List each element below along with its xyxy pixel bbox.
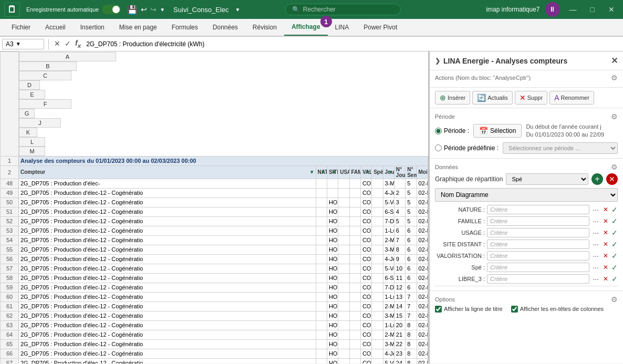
famille-criteria-input[interactable] (487, 216, 589, 226)
cancel-formula-icon[interactable]: ✕ (53, 39, 61, 48)
table-row[interactable]: 66 2G_DP705 : Production d'élec-12 - Cog… (1, 349, 428, 358)
table-row[interactable]: 61 2G_DP705 : Production d'élec-12 - Cog… (1, 301, 428, 311)
col-header-m[interactable]: M (19, 147, 45, 156)
col-header-b[interactable]: B (19, 61, 77, 71)
search-box[interactable]: 🔍 (285, 4, 401, 15)
option2-label[interactable]: Afficher les en-têtes de colonnes (511, 306, 604, 313)
table-row[interactable]: 55 2G_DP705 : Production d'élec-12 - Cog… (1, 245, 428, 254)
nature-criteria-clear[interactable]: ✕ (602, 206, 609, 213)
dropdown-icon[interactable]: ▼ (160, 7, 165, 13)
tab-lina[interactable]: LINA (328, 19, 357, 35)
tab-insertion[interactable]: Insertion (73, 19, 112, 35)
option1-checkbox[interactable] (435, 306, 442, 313)
usage-criteria-dots[interactable]: ··· (591, 228, 600, 237)
tab-donnees[interactable]: Données (205, 19, 245, 35)
libre-criteria-input[interactable] (487, 274, 589, 284)
graphique-add-button[interactable]: + (591, 173, 603, 185)
table-row[interactable]: 57 2G_DP705 : Production d'élec-12 - Cog… (1, 264, 428, 273)
spe-criteria-dots[interactable]: ··· (591, 263, 600, 272)
period-radio-label[interactable]: Période : (435, 127, 469, 134)
site-criteria-clear[interactable]: ✕ (602, 241, 609, 248)
actualise-button[interactable]: 🔄 Actualis (472, 91, 513, 105)
tab-revision[interactable]: Révision (245, 19, 284, 35)
rename-button[interactable]: A Renommer (549, 91, 594, 105)
spe-criteria-clear[interactable]: ✕ (602, 264, 609, 271)
valorisation-criteria-check[interactable]: ✓ (611, 252, 618, 260)
col-header-e[interactable]: E (19, 90, 45, 99)
formula-input[interactable] (84, 39, 621, 49)
libre-criteria-check[interactable]: ✓ (611, 275, 618, 283)
col-header-d[interactable]: D (19, 80, 40, 90)
cell-reference-box[interactable]: A3 ▼ (2, 39, 44, 49)
table-row[interactable]: 52 2G_DP705 : Production d'élec-12 - Cog… (1, 216, 428, 226)
redo-icon[interactable]: ↪ (150, 5, 157, 14)
table-row[interactable]: 64 2G_DP705 : Production d'élec-12 - Cog… (1, 330, 428, 339)
valorisation-criteria-input[interactable] (487, 251, 589, 261)
tab-accueil[interactable]: Accueil (38, 19, 73, 35)
period-radio[interactable] (435, 128, 442, 134)
cell-ref-dropdown[interactable]: ▼ (16, 41, 21, 47)
col-header-j[interactable]: J (19, 118, 61, 128)
usage-criteria-check[interactable]: ✓ (611, 228, 618, 237)
undo-icon[interactable]: ↩ (141, 5, 147, 14)
col-header-l[interactable]: L (19, 137, 45, 147)
famille-criteria-check[interactable]: ✓ (611, 217, 618, 225)
selection-button[interactable]: 📅 Sélection (473, 124, 522, 138)
nature-criteria-check[interactable]: ✓ (611, 205, 618, 214)
site-criteria-check[interactable]: ✓ (611, 240, 618, 248)
col-header-f[interactable]: F (19, 99, 71, 109)
actions-gear-icon[interactable]: ⚙ (611, 74, 618, 82)
spe-criteria-input[interactable] (487, 263, 589, 272)
panel-close-icon[interactable]: ✕ (611, 56, 618, 66)
spe-criteria-check[interactable]: ✓ (611, 263, 618, 272)
filename-dropdown-icon[interactable]: ▼ (235, 7, 241, 13)
table-row[interactable]: 51 2G_DP705 : Production d'élec-12 - Cog… (1, 207, 428, 216)
save-icon[interactable]: 💾 (127, 5, 138, 15)
graphique-remove-button[interactable]: ✕ (606, 173, 618, 185)
predefined-radio-label[interactable]: Période prédéfinie : (435, 144, 499, 152)
graphique-select[interactable]: Spé (506, 173, 588, 185)
autosave-toggle[interactable] (102, 5, 121, 14)
table-row[interactable]: 53 2G_DP705 : Production d'élec-12 - Cog… (1, 226, 428, 235)
table-row[interactable]: 63 2G_DP705 : Production d'élec-12 - Cog… (1, 320, 428, 330)
table-row[interactable]: 49 2G_DP705 : Production d'élec-12 - Cog… (1, 188, 428, 197)
col-header-a[interactable]: A (19, 52, 116, 61)
confirm-formula-icon[interactable]: ✓ (64, 39, 72, 48)
col-header-g[interactable]: G (19, 109, 35, 118)
libre-criteria-clear[interactable]: ✕ (602, 275, 609, 283)
option1-label[interactable]: Afficher la ligne de titre (435, 306, 503, 313)
table-row[interactable]: 60 2G_DP705 : Production d'élec-12 - Cog… (1, 292, 428, 301)
table-row[interactable]: 59 2G_DP705 : Production d'élec-12 - Cog… (1, 283, 428, 292)
tab-formules[interactable]: Formules (164, 19, 205, 35)
col-header-c[interactable]: C (19, 71, 71, 80)
options-gear-icon[interactable]: ⚙ (611, 295, 618, 304)
table-row[interactable]: 50 2G_DP705 : Production d'élec-12 - Cog… (1, 197, 428, 207)
table-row[interactable]: 54 2G_DP705 : Production d'élec-12 - Cog… (1, 235, 428, 245)
usage-criteria-clear[interactable]: ✕ (602, 229, 609, 236)
user-avatar[interactable]: II (545, 2, 560, 17)
nature-criteria-input[interactable] (487, 205, 589, 214)
valorisation-criteria-dots[interactable]: ··· (591, 252, 600, 260)
maximize-button[interactable]: □ (586, 5, 599, 14)
panel-chevron-icon[interactable]: ❯ (435, 57, 440, 65)
close-button[interactable]: ✕ (604, 5, 619, 14)
predefined-period-select[interactable]: Sélectionnez une période ... (503, 142, 618, 154)
nom-diagramme-select[interactable]: Nom Diagramme (435, 188, 618, 202)
search-input[interactable] (303, 6, 394, 13)
usage-criteria-input[interactable] (487, 228, 589, 237)
table-row[interactable]: 65 2G_DP705 : Production d'élec-12 - Cog… (1, 339, 428, 349)
libre-criteria-dots[interactable]: ··· (591, 275, 600, 283)
suppr-button[interactable]: ✕ Suppr (515, 91, 547, 105)
tab-affichage[interactable]: Affichage 1 (284, 19, 328, 36)
minimize-button[interactable]: — (565, 5, 581, 14)
site-criteria-dots[interactable]: ··· (591, 240, 600, 248)
option2-checkbox[interactable] (511, 306, 518, 313)
insert-button[interactable]: ⊕ Insérer (435, 91, 470, 105)
famille-criteria-clear[interactable]: ✕ (602, 217, 609, 225)
tab-mise-en-page[interactable]: Mise en page (112, 19, 164, 35)
table-row[interactable]: 62 2G_DP705 : Production d'élec-12 - Cog… (1, 311, 428, 320)
insert-function-icon[interactable]: fx (74, 39, 82, 49)
table-row[interactable]: 56 2G_DP705 : Production d'élec-12 - Cog… (1, 254, 428, 264)
site-criteria-input[interactable] (487, 240, 589, 249)
table-row[interactable]: 58 2G_DP705 : Production d'élec-12 - Cog… (1, 273, 428, 283)
